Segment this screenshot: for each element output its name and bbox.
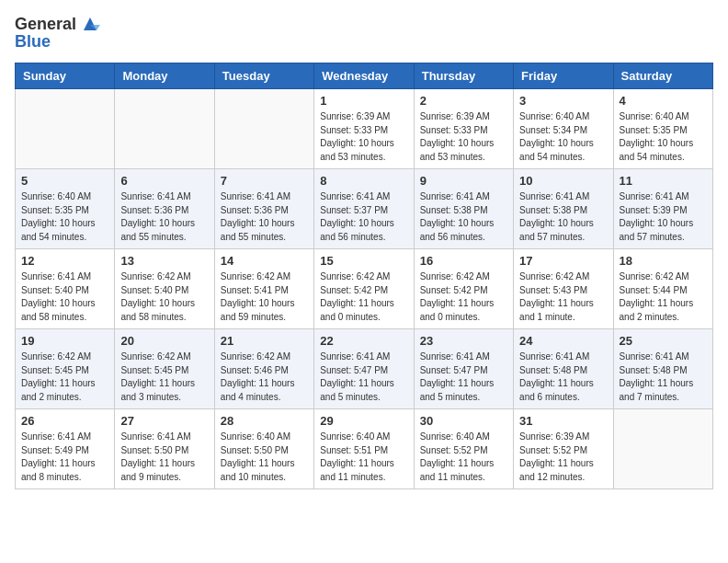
day-number: 6 [120, 174, 208, 188]
day-number: 5 [21, 174, 108, 188]
day-number: 30 [420, 414, 507, 428]
day-info: Sunrise: 6:42 AM Sunset: 5:43 PM Dayligh… [519, 270, 607, 324]
day-number: 1 [320, 94, 407, 108]
day-number: 2 [420, 94, 507, 108]
day-header-saturday: Saturday [613, 63, 712, 89]
day-info: Sunrise: 6:41 AM Sunset: 5:50 PM Dayligh… [120, 431, 208, 484]
calendar-cell: 28Sunrise: 6:40 AM Sunset: 5:50 PM Dayli… [214, 409, 313, 489]
day-info: Sunrise: 6:42 AM Sunset: 5:44 PM Dayligh… [620, 270, 707, 324]
day-number: 13 [120, 254, 208, 268]
day-number: 17 [519, 254, 607, 268]
calendar-cell: 12Sunrise: 6:41 AM Sunset: 5:40 PM Dayli… [16, 249, 115, 329]
day-info: Sunrise: 6:42 AM Sunset: 5:42 PM Dayligh… [320, 270, 407, 324]
calendar-cell: 4Sunrise: 6:40 AM Sunset: 5:35 PM Daylig… [613, 89, 712, 169]
day-info: Sunrise: 6:39 AM Sunset: 5:33 PM Dayligh… [420, 110, 507, 164]
day-number: 4 [620, 94, 707, 108]
day-number: 10 [519, 174, 607, 188]
day-header-tuesday: Tuesday [214, 63, 313, 89]
day-number: 28 [221, 414, 308, 428]
day-header-friday: Friday [514, 63, 613, 89]
day-info: Sunrise: 6:41 AM Sunset: 5:36 PM Dayligh… [120, 190, 208, 244]
calendar-header-row: SundayMondayTuesdayWednesdayThursdayFrid… [16, 63, 713, 89]
calendar-week-5: 26Sunrise: 6:41 AM Sunset: 5:49 PM Dayli… [16, 409, 713, 489]
day-number: 8 [320, 174, 407, 188]
calendar-cell: 21Sunrise: 6:42 AM Sunset: 5:46 PM Dayli… [214, 329, 313, 409]
calendar-cell: 6Sunrise: 6:41 AM Sunset: 5:36 PM Daylig… [115, 169, 214, 249]
calendar-cell: 24Sunrise: 6:41 AM Sunset: 5:48 PM Dayli… [514, 329, 613, 409]
day-number: 20 [120, 334, 208, 348]
logo-general-text: General [15, 15, 76, 34]
day-header-thursday: Thursday [414, 63, 513, 89]
day-info: Sunrise: 6:41 AM Sunset: 5:38 PM Dayligh… [420, 190, 507, 244]
calendar-cell: 8Sunrise: 6:41 AM Sunset: 5:37 PM Daylig… [314, 169, 414, 249]
calendar-cell: 14Sunrise: 6:42 AM Sunset: 5:41 PM Dayli… [214, 249, 313, 329]
day-number: 9 [420, 174, 507, 188]
day-info: Sunrise: 6:40 AM Sunset: 5:52 PM Dayligh… [420, 431, 507, 484]
day-info: Sunrise: 6:41 AM Sunset: 5:40 PM Dayligh… [21, 270, 108, 324]
calendar-cell: 10Sunrise: 6:41 AM Sunset: 5:38 PM Dayli… [514, 169, 613, 249]
calendar-week-2: 5Sunrise: 6:40 AM Sunset: 5:35 PM Daylig… [16, 169, 713, 249]
calendar-cell: 11Sunrise: 6:41 AM Sunset: 5:39 PM Dayli… [613, 169, 712, 249]
calendar-cell: 17Sunrise: 6:42 AM Sunset: 5:43 PM Dayli… [514, 249, 613, 329]
day-number: 15 [320, 254, 407, 268]
calendar-cell: 15Sunrise: 6:42 AM Sunset: 5:42 PM Dayli… [314, 249, 414, 329]
day-header-sunday: Sunday [16, 63, 115, 89]
logo-icon [80, 14, 100, 34]
day-info: Sunrise: 6:41 AM Sunset: 5:47 PM Dayligh… [420, 350, 507, 404]
day-number: 14 [221, 254, 308, 268]
day-info: Sunrise: 6:42 AM Sunset: 5:45 PM Dayligh… [120, 350, 208, 404]
calendar-cell: 27Sunrise: 6:41 AM Sunset: 5:50 PM Dayli… [115, 409, 214, 489]
calendar-cell: 26Sunrise: 6:41 AM Sunset: 5:49 PM Dayli… [16, 409, 115, 489]
day-number: 16 [420, 254, 507, 268]
day-info: Sunrise: 6:39 AM Sunset: 5:33 PM Dayligh… [320, 110, 407, 164]
calendar-cell [115, 89, 214, 169]
calendar-week-3: 12Sunrise: 6:41 AM Sunset: 5:40 PM Dayli… [16, 249, 713, 329]
calendar-cell: 29Sunrise: 6:40 AM Sunset: 5:51 PM Dayli… [314, 409, 414, 489]
day-info: Sunrise: 6:41 AM Sunset: 5:39 PM Dayligh… [620, 190, 707, 244]
day-number: 26 [21, 414, 108, 428]
calendar-cell: 18Sunrise: 6:42 AM Sunset: 5:44 PM Dayli… [613, 249, 712, 329]
day-number: 11 [620, 174, 707, 188]
day-info: Sunrise: 6:41 AM Sunset: 5:48 PM Dayligh… [519, 350, 607, 404]
day-info: Sunrise: 6:41 AM Sunset: 5:38 PM Dayligh… [519, 190, 607, 244]
calendar-cell [16, 89, 115, 169]
day-info: Sunrise: 6:42 AM Sunset: 5:42 PM Dayligh… [420, 270, 507, 324]
calendar-cell: 9Sunrise: 6:41 AM Sunset: 5:38 PM Daylig… [414, 169, 513, 249]
calendar-cell: 16Sunrise: 6:42 AM Sunset: 5:42 PM Dayli… [414, 249, 513, 329]
day-number: 31 [519, 414, 607, 428]
day-number: 24 [519, 334, 607, 348]
calendar-cell: 23Sunrise: 6:41 AM Sunset: 5:47 PM Dayli… [414, 329, 513, 409]
day-number: 23 [420, 334, 507, 348]
day-number: 19 [21, 334, 108, 348]
day-info: Sunrise: 6:40 AM Sunset: 5:35 PM Dayligh… [620, 110, 707, 164]
day-info: Sunrise: 6:42 AM Sunset: 5:45 PM Dayligh… [21, 350, 108, 404]
day-info: Sunrise: 6:40 AM Sunset: 5:51 PM Dayligh… [320, 431, 407, 484]
day-info: Sunrise: 6:40 AM Sunset: 5:50 PM Dayligh… [221, 431, 308, 484]
logo: General Blue [15, 15, 100, 52]
calendar-cell: 22Sunrise: 6:41 AM Sunset: 5:47 PM Dayli… [314, 329, 414, 409]
day-number: 27 [120, 414, 208, 428]
calendar-cell: 31Sunrise: 6:39 AM Sunset: 5:52 PM Dayli… [514, 409, 613, 489]
logo-blue-text: Blue [15, 32, 51, 52]
day-number: 22 [320, 334, 407, 348]
day-number: 7 [221, 174, 308, 188]
calendar-cell: 3Sunrise: 6:40 AM Sunset: 5:34 PM Daylig… [514, 89, 613, 169]
calendar-table: SundayMondayTuesdayWednesdayThursdayFrid… [15, 63, 713, 489]
day-info: Sunrise: 6:41 AM Sunset: 5:49 PM Dayligh… [21, 431, 108, 484]
page-header: General Blue [15, 15, 713, 52]
day-number: 3 [519, 94, 607, 108]
day-info: Sunrise: 6:41 AM Sunset: 5:37 PM Dayligh… [320, 190, 407, 244]
day-number: 21 [221, 334, 308, 348]
calendar-week-4: 19Sunrise: 6:42 AM Sunset: 5:45 PM Dayli… [16, 329, 713, 409]
calendar-cell: 30Sunrise: 6:40 AM Sunset: 5:52 PM Dayli… [414, 409, 513, 489]
day-info: Sunrise: 6:39 AM Sunset: 5:52 PM Dayligh… [519, 431, 607, 484]
day-number: 25 [620, 334, 707, 348]
calendar-cell: 25Sunrise: 6:41 AM Sunset: 5:48 PM Dayli… [613, 329, 712, 409]
day-number: 29 [320, 414, 407, 428]
day-info: Sunrise: 6:40 AM Sunset: 5:34 PM Dayligh… [519, 110, 607, 164]
day-info: Sunrise: 6:42 AM Sunset: 5:46 PM Dayligh… [221, 350, 308, 404]
calendar-cell: 20Sunrise: 6:42 AM Sunset: 5:45 PM Dayli… [115, 329, 214, 409]
day-info: Sunrise: 6:41 AM Sunset: 5:48 PM Dayligh… [620, 350, 707, 404]
calendar-cell: 7Sunrise: 6:41 AM Sunset: 5:36 PM Daylig… [214, 169, 313, 249]
calendar-cell: 19Sunrise: 6:42 AM Sunset: 5:45 PM Dayli… [16, 329, 115, 409]
